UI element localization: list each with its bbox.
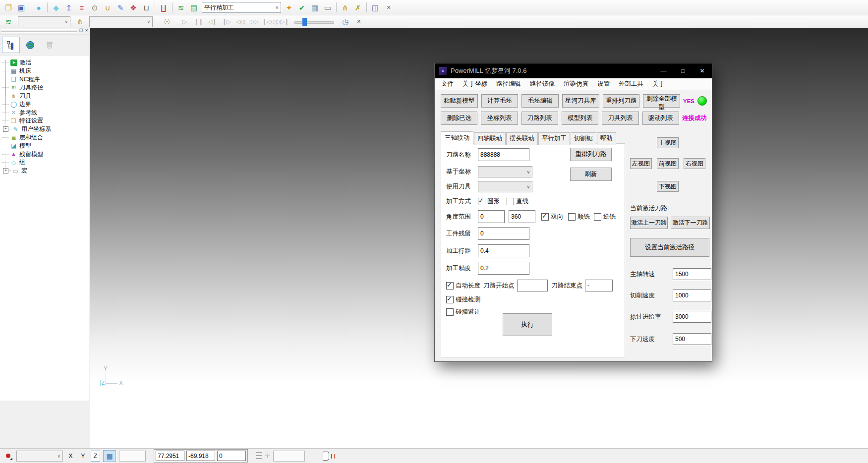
coord-x-field[interactable] [156, 451, 184, 461]
sim-tool-icon[interactable]: ⋔ [73, 16, 86, 28]
menu-settings[interactable]: 设置 [593, 78, 614, 90]
axis-x-button[interactable]: X [66, 451, 75, 462]
panel-close-icon[interactable]: ✕ [85, 28, 88, 33]
save-icon[interactable]: ▣ [15, 1, 28, 13]
tree-item-boundaries[interactable]: ◯ 边界 [2, 100, 89, 109]
grid-snap-button[interactable]: ▦ [103, 450, 116, 462]
refresh-button[interactable]: 刷新 [570, 168, 612, 181]
dialog-titlebar[interactable]: ✦ PowerMILL 忆梦星河 7.0.6 — □ ✕ [435, 63, 712, 78]
toolpath-icon[interactable]: ≋ [174, 1, 187, 13]
stepover-input[interactable] [478, 244, 529, 257]
drive-list-button[interactable]: 驱动列表 [642, 112, 679, 125]
maximize-button[interactable]: □ [673, 63, 693, 78]
tree-item-toolpaths[interactable]: ≋ 刀具路径 [2, 83, 89, 92]
angle-from-input[interactable] [478, 210, 505, 223]
menu-path-mirror[interactable]: 路径镜像 [525, 78, 559, 90]
tab-4axis[interactable]: 四轴联动 [474, 132, 506, 145]
activate-next-toolpath-button[interactable]: 激活下一刀路 [671, 217, 710, 229]
checkbox-conventional[interactable]: 逆铣 [594, 213, 616, 221]
measure-field[interactable] [273, 451, 305, 462]
boundary-icon[interactable]: ∪ [101, 1, 114, 13]
activate-prev-toolpath-button[interactable]: 激活上一刀路 [630, 217, 668, 229]
axis-z-button[interactable]: Z [91, 451, 100, 462]
transform-icon[interactable]: ✗ [351, 1, 364, 13]
panel-float-icon[interactable]: ❐ [79, 28, 83, 33]
sim-toolpath-icon[interactable]: ≋ [2, 16, 15, 28]
point-mode-button[interactable] [2, 451, 13, 461]
spindle-speed-input[interactable] [673, 268, 711, 280]
tab-3axis[interactable]: 三轴联动 [441, 131, 473, 145]
tree-item-levels[interactable]: ≣ 层和组合 [2, 133, 89, 142]
tab-saw[interactable]: 切割锯 [571, 132, 596, 145]
calculator-icon[interactable]: ▦ [308, 1, 321, 13]
use-tool-dropdown[interactable]: ∨ [478, 181, 532, 192]
go-start-icon[interactable]: ❙◁◁ [261, 16, 275, 27]
stock-remaining-input[interactable] [478, 227, 529, 240]
cylinders-icon[interactable]: ◫ [369, 1, 382, 13]
step-back-icon[interactable]: ◁❙ [205, 16, 219, 27]
coord-list-button[interactable]: 坐标列表 [481, 112, 518, 125]
set-active-path-button[interactable]: 设置当前激活路径 [630, 238, 709, 257]
tree-item-machine[interactable]: ▦ 机床 [2, 67, 89, 75]
paste-new-model-button[interactable]: 粘贴新模型 [441, 94, 478, 108]
delete-all-models-button[interactable]: 删除全部模型 [643, 94, 680, 108]
tool-sim-icon[interactable]: ✦ [283, 1, 295, 13]
checkbox-collision-check[interactable]: 碰撞检测 [446, 295, 480, 304]
toolpath-end-input[interactable] [585, 280, 613, 291]
strategy-list-icon[interactable]: ▤ [187, 1, 200, 13]
toolpath-list-button[interactable]: 刀路列表 [521, 112, 558, 125]
probe-icon[interactable]: ✛ [265, 452, 270, 460]
cutting-feed-input[interactable] [673, 289, 711, 301]
view-left-button[interactable]: 左视图 [630, 158, 652, 169]
tree-item-groups[interactable]: ◇ 组 [2, 159, 89, 167]
sim-toolpath-dropdown[interactable]: ∨ [18, 16, 70, 27]
coord-y-field[interactable] [186, 451, 215, 461]
coord-base-dropdown[interactable]: ∨ [478, 166, 532, 177]
clock-icon[interactable]: ◷ [339, 16, 352, 28]
start-point-icon[interactable]: ≡ [75, 1, 88, 13]
explorer-recycle-tab[interactable] [41, 37, 58, 53]
tree-item-feature-sets[interactable]: ❒ 特征设置 [2, 117, 89, 125]
drill-icon[interactable]: ∐ [157, 1, 170, 13]
pattern-icon[interactable]: ✎ [114, 1, 127, 13]
tolerance-input[interactable] [478, 262, 529, 275]
open-file-icon[interactable]: ❐ [2, 1, 15, 13]
execute-button[interactable]: 执行 [503, 313, 552, 336]
play-icon[interactable]: ▷ [177, 16, 191, 27]
checkbox-collision-avoid[interactable]: 碰撞避让 [446, 308, 480, 316]
tree-item-patterns[interactable]: ✕ 参考线 [2, 109, 89, 117]
checkbox-bidirectional[interactable]: 双向 [541, 213, 563, 221]
reorder-toolpaths-button[interactable]: 重排列刀路 [603, 94, 640, 108]
points-icon[interactable]: ❖ [127, 1, 140, 13]
fast-forward-icon[interactable]: ▷▷ [247, 16, 261, 27]
view-bottom-button[interactable]: 下视图 [657, 181, 679, 192]
checkbox-line[interactable]: 直线 [507, 197, 528, 206]
delete-selected-button[interactable]: 删除已选 [441, 112, 477, 125]
viewmill-ball-icon[interactable]: ● [32, 1, 45, 13]
tree-item-macros[interactable]: ▭ 宏 [2, 167, 89, 175]
tree-item-workplanes[interactable]: ✎ 用户坐标系 [2, 125, 89, 133]
checkbox-circular[interactable]: 圆形 [478, 197, 500, 206]
strategy-dropdown[interactable]: 平行精加工 ∨ [202, 2, 281, 13]
rapid-heights-icon[interactable]: ↥ [62, 1, 75, 13]
model-list-button[interactable]: 模型列表 [562, 112, 598, 125]
tab-tilt-head[interactable]: 摆头联动 [506, 132, 538, 145]
block-edit-button[interactable]: 毛坯编辑 [521, 94, 559, 108]
menu-external-tools[interactable]: 外部工具 [614, 78, 648, 90]
menu-about-coords[interactable]: 关于坐标 [458, 78, 492, 90]
sim-tool-dropdown[interactable]: ∨ [89, 16, 153, 27]
tool-verify-icon[interactable]: ✔ [295, 1, 308, 13]
view-front-button[interactable]: 前视图 [657, 158, 679, 169]
menu-about[interactable]: 关于 [648, 78, 669, 90]
step-forward-icon[interactable]: ❙▷ [219, 16, 233, 27]
view-right-button[interactable]: 右视图 [684, 158, 705, 169]
tool-ball-icon[interactable]: ⊙ [88, 1, 101, 13]
menu-file[interactable]: 文件 [437, 78, 458, 90]
toolholder-icon[interactable]: ⊔ [140, 1, 153, 13]
checkbox-auto-length[interactable]: 自动长度 [446, 282, 480, 290]
reorder-toolpaths-button-2[interactable]: 重排列刀路 [570, 148, 612, 161]
xinghe-tool-library-button[interactable]: 星河刀具库 [562, 94, 599, 108]
tool-list-button[interactable]: 刀具列表 [602, 112, 638, 125]
minimize-button[interactable]: — [654, 63, 673, 78]
axis-y-button[interactable]: Y [78, 451, 88, 462]
